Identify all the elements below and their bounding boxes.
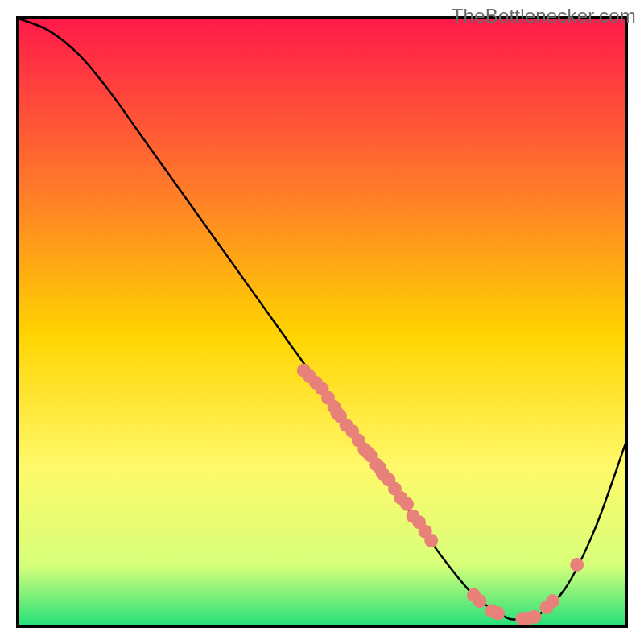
- plot-area: [16, 16, 628, 628]
- scatter-dots: [297, 364, 584, 625]
- scatter-dot: [473, 594, 487, 608]
- scatter-dot: [527, 610, 541, 624]
- chart-svg: [19, 19, 625, 625]
- scatter-dot: [491, 606, 505, 620]
- chart-container: TheBottlenecker.com: [0, 0, 644, 644]
- scatter-dot: [546, 594, 559, 608]
- scatter-dot: [570, 558, 584, 572]
- scatter-dot: [424, 534, 438, 547]
- scatter-dot: [400, 497, 414, 511]
- watermark-text: TheBottlenecker.com: [452, 5, 636, 27]
- bottleneck-curve: [19, 19, 625, 621]
